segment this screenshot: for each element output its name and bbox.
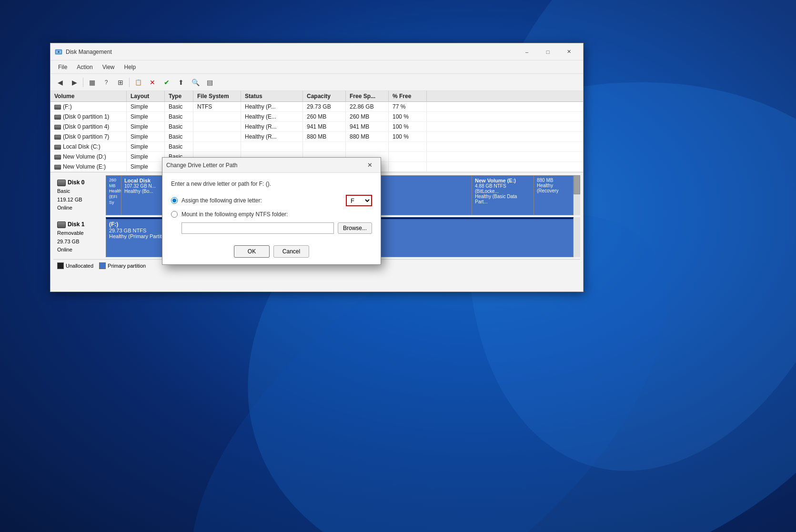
- scrollbar-v-2[interactable]: [574, 217, 580, 257]
- disk0-status: Online: [57, 204, 102, 212]
- cell-layout-6: Simple: [127, 152, 165, 161]
- window-title: Disk Management: [66, 49, 516, 55]
- cell-volume-4: (Disk 0 partition 7): [50, 132, 127, 141]
- dialog-inner-ok-button[interactable]: OK: [234, 245, 270, 258]
- menu-file[interactable]: File: [54, 63, 71, 71]
- forward-button[interactable]: ▶: [68, 76, 81, 89]
- cell-fs-4: [193, 132, 241, 141]
- disk0-type: Basic: [57, 187, 102, 196]
- menu-view[interactable]: View: [99, 63, 119, 71]
- cell-volume-6: New Volume (D:): [50, 152, 127, 161]
- properties-button[interactable]: 📋: [131, 76, 145, 89]
- table-row[interactable]: Local Disk (C:) Simple Basic: [50, 142, 583, 152]
- up-button[interactable]: ⬆: [174, 76, 188, 89]
- cell-status-4: Healthy (R...: [241, 132, 303, 141]
- folder-path-input[interactable]: [181, 222, 334, 234]
- legend-box-unallocated: [57, 262, 64, 269]
- cell-capacity-4: 880 MB: [303, 132, 346, 141]
- disk0-size: 119.12 GB: [57, 196, 102, 204]
- toolbar-separator-1: [83, 78, 83, 87]
- dialog-inner-close-button[interactable]: ✕: [363, 160, 377, 171]
- radio-mount-folder-label[interactable]: Mount in the following empty NTFS folder…: [181, 211, 372, 218]
- letter-dropdown[interactable]: F G H I J: [346, 195, 372, 206]
- cell-fs-5: [193, 142, 241, 151]
- legend-unallocated: Unallocated: [57, 262, 93, 269]
- dialog-inner-cancel-button[interactable]: Cancel: [273, 245, 309, 258]
- browse-button[interactable]: Browse...: [338, 222, 372, 234]
- scrollbar-thumb[interactable]: [574, 175, 580, 194]
- cell-pct-4: 100 %: [389, 132, 427, 141]
- cell-type-3: Basic: [165, 122, 193, 131]
- cell-type-4: Basic: [165, 132, 193, 141]
- th-filesystem: File System: [193, 91, 241, 101]
- cell-type-5: Basic: [165, 142, 193, 151]
- new-button[interactable]: ⊞: [114, 76, 127, 89]
- cell-layout-2: Simple: [127, 112, 165, 121]
- disk0-partition-recovery: 880 MB Healthy (Recovery: [534, 176, 573, 215]
- dialog-change-drive-letter: Change Drive Letter or Path ✕ Enter a ne…: [162, 157, 381, 265]
- cell-pct-1: 77 %: [389, 102, 427, 111]
- cell-type-2: Basic: [165, 112, 193, 121]
- back-button[interactable]: ◀: [53, 76, 67, 89]
- cell-free-5: [346, 142, 389, 151]
- cell-fs-1: NTFS: [193, 102, 241, 111]
- legend-primary: Primary partition: [99, 262, 146, 269]
- minimize-button[interactable]: –: [516, 43, 537, 60]
- dialog-inner-title-bar: Change Drive Letter or Path ✕: [162, 158, 381, 173]
- dialog-inner-buttons: OK Cancel: [162, 239, 381, 264]
- cell-pct-5: [389, 142, 427, 151]
- th-capacity: Capacity: [303, 91, 346, 101]
- app-icon: [54, 48, 63, 56]
- th-free: Free Sp...: [346, 91, 389, 101]
- table-row[interactable]: (F:) Simple Basic NTFS Healthy (P... 29.…: [50, 102, 583, 112]
- close-button[interactable]: ✕: [558, 43, 579, 60]
- cell-volume-7: New Volume (E:): [50, 162, 127, 171]
- cell-volume-2: (Disk 0 partition 1): [50, 112, 127, 121]
- table-row[interactable]: (Disk 0 partition 4) Simple Basic Health…: [50, 122, 583, 132]
- cell-type-1: Basic: [165, 102, 193, 111]
- cell-layout-4: Simple: [127, 132, 165, 141]
- radio-assign-letter-row: Assign the following drive letter: F G H…: [171, 195, 372, 206]
- cell-volume-5: Local Disk (C:): [50, 142, 127, 151]
- cell-pct-3: 100 %: [389, 122, 427, 131]
- table-row[interactable]: (Disk 0 partition 7) Simple Basic Health…: [50, 132, 583, 142]
- toolbar: ◀ ▶ ▦ ? ⊞ 📋 ✕ ✔ ⬆ 🔍 ▤: [50, 74, 583, 91]
- cell-status-5: [241, 142, 303, 151]
- table-row[interactable]: (Disk 0 partition 1) Simple Basic Health…: [50, 112, 583, 122]
- disk0-name: Disk 0: [68, 178, 84, 187]
- menu-action[interactable]: Action: [73, 63, 96, 71]
- radio-mount-folder[interactable]: [171, 211, 178, 218]
- cell-volume-3: (Disk 0 partition 4): [50, 122, 127, 131]
- menu-help[interactable]: Help: [121, 63, 140, 71]
- disk0-partition-efi: 260 MB Healthy (EFI Sy: [106, 176, 121, 215]
- cell-pct-2: 100 %: [389, 112, 427, 121]
- help-button[interactable]: ?: [100, 76, 113, 89]
- dialog-inner-body: Enter a new drive letter or path for F: …: [162, 173, 381, 239]
- radio-assign-letter-label[interactable]: Assign the following drive letter:: [181, 197, 342, 204]
- list-button[interactable]: ▤: [203, 76, 216, 89]
- cell-layout-5: Simple: [127, 142, 165, 151]
- search-button[interactable]: 🔍: [189, 76, 202, 89]
- disk0-info: Disk 0 Basic 119.12 GB Online: [53, 175, 106, 215]
- window-controls: – □ ✕: [516, 43, 579, 60]
- th-layout: Layout: [127, 91, 165, 101]
- cell-status-2: Healthy (E...: [241, 112, 303, 121]
- th-pct-free: % Free: [389, 91, 427, 101]
- view-button[interactable]: ▦: [85, 76, 99, 89]
- cell-free-1: 22.86 GB: [346, 102, 389, 111]
- delete-button[interactable]: ✕: [146, 76, 159, 89]
- radio-assign-letter[interactable]: [171, 197, 178, 204]
- scrollbar-v[interactable]: [574, 175, 580, 215]
- disk1-type: Removable: [57, 229, 102, 238]
- maximize-button[interactable]: □: [537, 43, 558, 60]
- cell-volume-1: (F:): [50, 102, 127, 111]
- legend-label-unallocated: Unallocated: [66, 263, 93, 269]
- check-button[interactable]: ✔: [160, 76, 173, 89]
- cell-status-3: Healthy (R...: [241, 122, 303, 131]
- cell-layout-7: Simple: [127, 162, 165, 171]
- cell-capacity-3: 941 MB: [303, 122, 346, 131]
- svg-point-5: [58, 51, 60, 53]
- toolbar-separator-2: [129, 78, 130, 87]
- disk1-info: Disk 1 Removable 29.73 GB Online: [53, 217, 106, 257]
- cell-pct-6: [389, 152, 427, 161]
